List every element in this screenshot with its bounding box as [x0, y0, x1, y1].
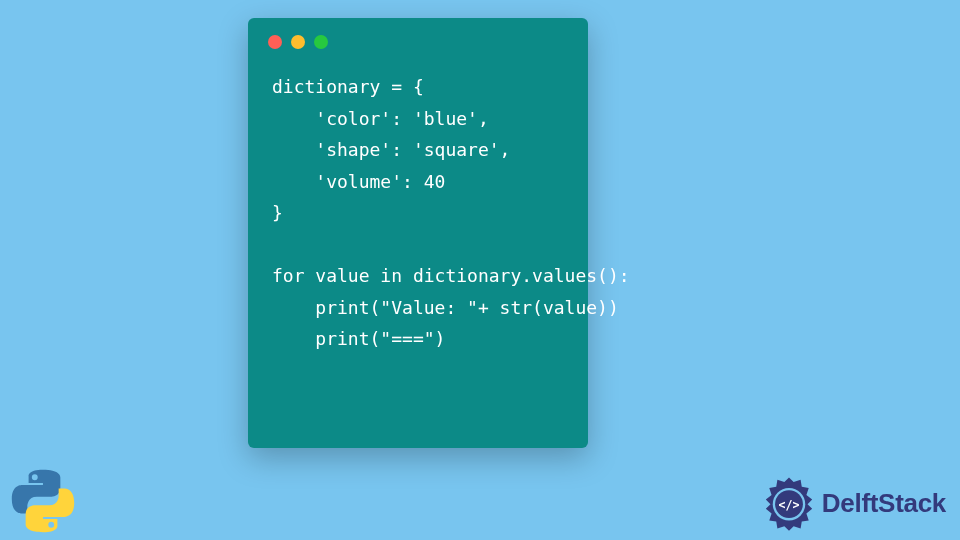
python-logo-icon — [10, 468, 76, 534]
code-window: dictionary = { 'color': 'blue', 'shape':… — [248, 18, 588, 448]
svg-text:</>: </> — [778, 498, 799, 512]
close-icon — [268, 35, 282, 49]
code-block: dictionary = { 'color': 'blue', 'shape':… — [248, 49, 588, 355]
delftstack-logo: </> DelftStack — [760, 474, 946, 532]
brand-name: DelftStack — [822, 488, 946, 519]
gear-code-icon: </> — [760, 474, 818, 532]
maximize-icon — [314, 35, 328, 49]
minimize-icon — [291, 35, 305, 49]
window-controls — [248, 18, 588, 49]
